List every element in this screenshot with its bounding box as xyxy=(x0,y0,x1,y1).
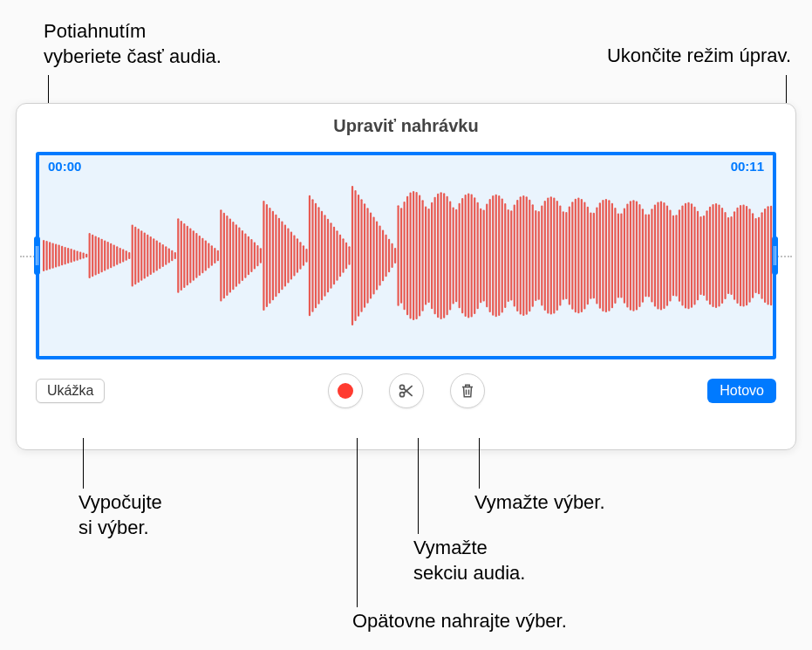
svg-rect-215 xyxy=(699,216,701,295)
toolbar: Ukážka xyxy=(17,359,795,403)
svg-rect-62 xyxy=(232,222,234,290)
svg-rect-44 xyxy=(177,218,179,293)
svg-rect-70 xyxy=(256,245,258,266)
svg-rect-188 xyxy=(618,214,619,298)
svg-rect-89 xyxy=(315,203,317,309)
svg-rect-87 xyxy=(309,195,310,317)
svg-rect-39 xyxy=(162,244,164,267)
svg-rect-175 xyxy=(577,198,579,314)
svg-rect-60 xyxy=(226,216,228,296)
svg-rect-222 xyxy=(721,208,723,304)
svg-rect-182 xyxy=(599,202,601,308)
svg-rect-235 xyxy=(761,212,762,298)
svg-rect-171 xyxy=(565,212,567,299)
svg-rect-64 xyxy=(238,228,240,284)
svg-point-240 xyxy=(399,385,404,389)
svg-rect-225 xyxy=(730,216,732,295)
svg-rect-138 xyxy=(465,195,467,317)
svg-rect-183 xyxy=(602,200,604,311)
svg-rect-79 xyxy=(284,225,286,287)
trim-button[interactable] xyxy=(389,373,424,408)
callout-listen: Vypočujte si výber. xyxy=(78,490,162,540)
svg-rect-96 xyxy=(336,230,338,281)
svg-rect-31 xyxy=(138,229,140,283)
svg-rect-13 xyxy=(83,253,85,259)
svg-rect-230 xyxy=(746,206,747,305)
svg-rect-36 xyxy=(153,238,154,273)
svg-rect-179 xyxy=(590,212,591,298)
svg-rect-22 xyxy=(110,243,112,268)
svg-rect-143 xyxy=(480,209,481,303)
svg-rect-213 xyxy=(693,207,695,305)
svg-rect-23 xyxy=(113,245,115,267)
svg-rect-21 xyxy=(107,242,109,270)
svg-rect-41 xyxy=(168,249,170,263)
svg-rect-19 xyxy=(101,239,103,273)
svg-rect-219 xyxy=(712,204,713,307)
svg-rect-51 xyxy=(199,236,201,276)
svg-rect-135 xyxy=(455,209,457,302)
svg-rect-160 xyxy=(532,204,534,306)
svg-rect-45 xyxy=(181,221,182,291)
svg-rect-116 xyxy=(397,205,399,306)
svg-rect-164 xyxy=(544,201,546,311)
waveform-selection[interactable]: 00:00 00:11 xyxy=(36,152,776,359)
svg-rect-9 xyxy=(71,249,72,263)
svg-rect-24 xyxy=(116,246,118,265)
svg-rect-226 xyxy=(734,211,735,299)
delete-button[interactable] xyxy=(450,373,485,408)
svg-rect-137 xyxy=(461,198,463,313)
svg-rect-0 xyxy=(43,240,44,271)
svg-rect-155 xyxy=(516,200,518,311)
svg-rect-203 xyxy=(663,202,665,309)
svg-rect-185 xyxy=(608,200,610,311)
svg-rect-147 xyxy=(492,195,494,316)
svg-rect-151 xyxy=(504,203,506,308)
svg-rect-154 xyxy=(514,205,515,307)
svg-rect-120 xyxy=(410,193,412,319)
svg-rect-134 xyxy=(453,208,454,304)
panel-title: Upraviť nahrávku xyxy=(17,104,795,145)
svg-rect-129 xyxy=(437,194,439,318)
svg-rect-210 xyxy=(685,203,686,309)
preview-button[interactable]: Ukážka xyxy=(36,379,105,403)
svg-rect-110 xyxy=(379,226,380,286)
svg-rect-218 xyxy=(709,207,711,305)
callout-line xyxy=(418,438,419,534)
audio-waveform xyxy=(39,181,773,330)
svg-rect-163 xyxy=(541,206,542,306)
svg-rect-236 xyxy=(764,209,766,303)
svg-rect-20 xyxy=(104,241,106,271)
svg-rect-1 xyxy=(46,241,48,270)
svg-rect-136 xyxy=(459,203,461,309)
svg-rect-85 xyxy=(303,245,304,266)
svg-rect-169 xyxy=(559,206,561,306)
svg-rect-130 xyxy=(440,192,442,319)
record-button[interactable] xyxy=(328,373,363,408)
svg-rect-4 xyxy=(55,244,57,268)
svg-rect-146 xyxy=(489,199,491,312)
svg-rect-43 xyxy=(174,252,176,259)
svg-rect-17 xyxy=(95,236,97,275)
svg-rect-208 xyxy=(679,209,680,301)
svg-rect-159 xyxy=(529,200,530,311)
svg-rect-53 xyxy=(205,241,207,271)
done-button[interactable]: Hotovo xyxy=(707,379,776,403)
svg-rect-198 xyxy=(648,214,650,297)
scissors-icon xyxy=(398,382,415,400)
svg-point-241 xyxy=(399,393,404,397)
svg-rect-191 xyxy=(626,203,628,307)
callout-drag-select: Potiahnutím vyberiete časť audia. xyxy=(44,19,222,69)
selection-handle-right[interactable] xyxy=(772,236,778,275)
svg-rect-71 xyxy=(260,248,262,263)
callout-delete-section: Vymažte sekciu audia. xyxy=(413,536,525,585)
svg-rect-25 xyxy=(119,248,121,263)
svg-rect-68 xyxy=(250,239,252,272)
svg-rect-177 xyxy=(583,202,585,309)
trash-icon xyxy=(460,382,475,400)
callout-line xyxy=(83,438,84,489)
svg-rect-65 xyxy=(242,230,243,281)
svg-rect-10 xyxy=(73,250,75,262)
svg-rect-28 xyxy=(128,252,130,259)
svg-rect-220 xyxy=(715,203,717,308)
